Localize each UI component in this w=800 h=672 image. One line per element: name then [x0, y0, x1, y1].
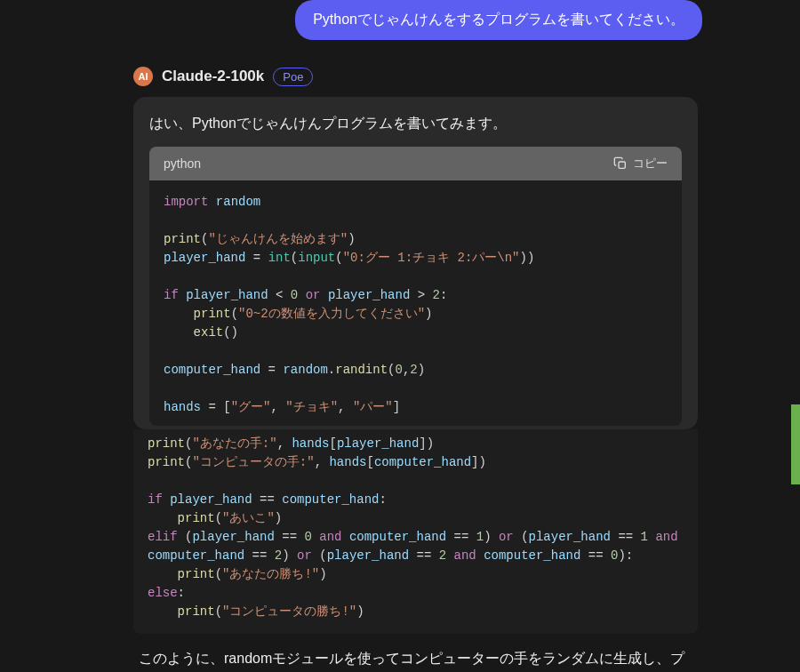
code-lang-label: python: [164, 156, 201, 171]
bot-name[interactable]: Claude-2-100k: [162, 68, 264, 85]
avatar-letter: AI: [139, 71, 148, 82]
bot-header: AI Claude-2-100k Poe: [0, 58, 800, 97]
copy-icon: [613, 156, 628, 171]
svg-rect-0: [619, 162, 625, 168]
outro-wrap: このように、randomモジュールを使ってコンピューターの手をランダムに生成し、…: [133, 634, 698, 672]
code-header: python コピー: [149, 147, 682, 180]
platform-badge[interactable]: Poe: [273, 68, 313, 86]
code-block: python コピー import random print("じゃんけんを始め…: [149, 147, 682, 426]
bot-message-card: はい、Pythonでじゃんけんプログラムを書いてみます。 python コピー …: [133, 97, 698, 429]
outro-text: このように、randomモジュールを使ってコンピューターの手をランダムに生成し、…: [139, 646, 692, 672]
accent-bar: [791, 404, 800, 484]
user-message-text: Pythonでじゃんけんをするプログラムを書いてください。: [313, 12, 684, 27]
avatar[interactable]: AI: [133, 67, 153, 86]
copy-button[interactable]: コピー: [613, 156, 668, 172]
copy-label: コピー: [633, 156, 668, 172]
code-body-part1[interactable]: import random print("じゃんけんを始めます") player…: [149, 180, 682, 426]
intro-text: はい、Pythonでじゃんけんプログラムを書いてみます。: [149, 113, 682, 134]
user-message-bubble: Pythonでじゃんけんをするプログラムを書いてください。: [295, 0, 702, 40]
code-body-part2[interactable]: print("あなたの手:", hands[player_hand]) prin…: [133, 429, 698, 634]
user-message-row: Pythonでじゃんけんをするプログラムを書いてください。: [0, 0, 800, 58]
